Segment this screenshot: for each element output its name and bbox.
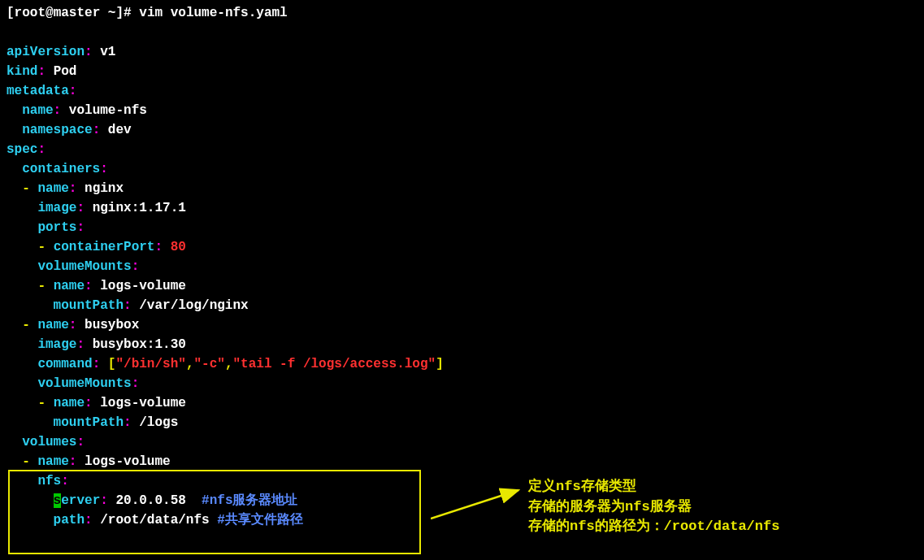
annotation-line1: 定义nfs存储类型 [528,477,779,497]
yaml-c1-mount-path: mountPath: /var/log/nginx [7,296,917,315]
yaml-vol-nfs: nfs: [7,471,917,491]
yaml-spec: spec: [7,140,917,159]
yaml-kind: kind: Pod [7,62,917,81]
annotation-line3: 存储的nfs的路径为：/root/data/nfs [528,517,779,537]
yaml-volumes: volumes: [7,432,917,452]
yaml-containers: containers: [7,159,917,179]
annotation-text: 定义nfs存储类型 存储的服务器为nfs服务器 存储的nfs的路径为：/root… [528,477,779,537]
annotation-line2: 存储的服务器为nfs服务器 [528,497,779,518]
prompt-user: root [15,6,46,20]
yaml-metadata: metadata: [7,81,917,101]
prompt-command: vim volume-nfs.yaml [139,6,287,20]
prompt-host: master [54,6,101,20]
yaml-apiversion: apiVersion: v1 [7,42,917,62]
yaml-vol-path: path: /root/data/nfs #共享文件路径 [7,510,917,530]
yaml-c1-ports: ports: [7,218,917,237]
yaml-c2-name: - name: busybox [7,315,917,335]
yaml-c1-mount-name: - name: logs-volume [7,276,917,296]
yaml-c2-image: image: busybox:1.30 [7,335,917,354]
yaml-blank [7,23,917,42]
yaml-metadata-name: name: volume-nfs [7,101,917,120]
yaml-vol-server: server: 20.0.0.58 #nfs服务器地址 [7,491,917,510]
yaml-c1-volumemounts: volumeMounts: [7,257,917,276]
yaml-c1-containerport: - containerPort: 80 [7,237,917,257]
yaml-metadata-namespace: namespace: dev [7,120,917,140]
shell-prompt[interactable]: [root@master ~]# vim volume-nfs.yaml [7,3,917,23]
yaml-c1-name: - name: nginx [7,179,917,198]
prompt-dir: ~ [108,6,116,20]
yaml-c1-image: image: nginx:1.17.1 [7,198,917,218]
yaml-c2-mount-path: mountPath: /logs [7,413,917,432]
yaml-vol-name: - name: logs-volume [7,452,917,471]
yaml-c2-volumemounts: volumeMounts: [7,374,917,393]
prompt-symbol: # [124,6,132,20]
yaml-c2-command: command: ["/bin/sh","-c","tail -f /logs/… [7,354,917,374]
yaml-c2-mount-name: - name: logs-volume [7,393,917,413]
cursor-position: s [54,493,62,508]
